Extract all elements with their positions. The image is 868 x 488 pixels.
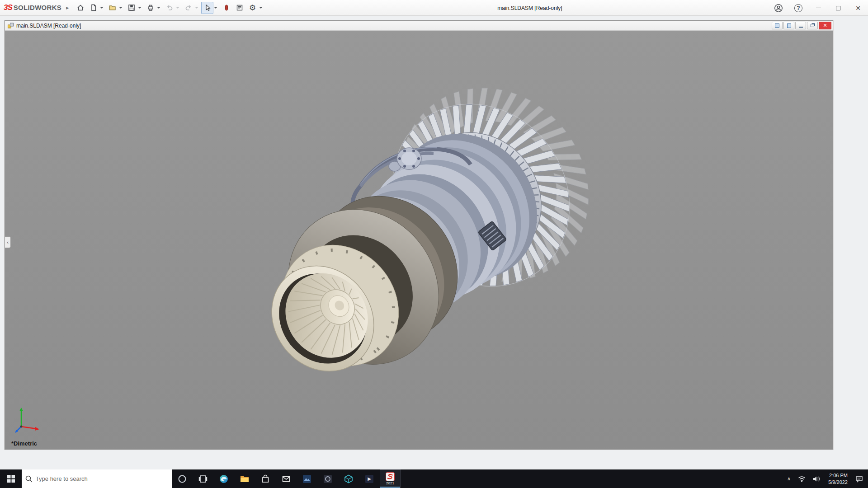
volume-icon — [813, 476, 821, 482]
save-button[interactable] — [125, 2, 137, 14]
document-properties-button[interactable] — [233, 2, 245, 14]
print-dropdown-caret[interactable] — [157, 7, 160, 9]
assembly-icon — [7, 22, 14, 29]
options-dropdown-caret[interactable] — [259, 7, 263, 9]
start-icon — [7, 475, 15, 483]
chevron-left-icon: ‹ — [7, 239, 9, 245]
start-button[interactable] — [0, 469, 22, 488]
new-dropdown-caret[interactable] — [100, 7, 104, 9]
print-button[interactable] — [144, 2, 156, 14]
document-lines-icon — [236, 4, 244, 12]
app-minimize-button[interactable] — [808, 0, 828, 16]
app-close-button[interactable]: ✕ — [848, 0, 868, 16]
tile-vertical-icon — [787, 23, 791, 28]
account-button[interactable] — [769, 0, 788, 16]
clock-date: 5/9/2022 — [828, 479, 848, 486]
redo-icon — [184, 4, 193, 12]
tile-horizontal-icon — [775, 23, 779, 28]
jet-engine-model — [5, 31, 833, 449]
windows-taskbar: ▶ 2021 ∧ 2:06 PM 5/9/2022 — [0, 469, 868, 488]
action-center-icon — [855, 475, 863, 483]
print-icon — [146, 4, 155, 12]
file-explorer-button[interactable] — [234, 469, 255, 488]
brand-text: SOLIDWORKS — [14, 4, 61, 11]
panel-collapse-tab[interactable]: ‹ — [5, 236, 11, 248]
select-dropdown-caret[interactable] — [214, 7, 217, 9]
red-capsule-icon — [222, 4, 231, 12]
network-button[interactable] — [795, 469, 809, 488]
tile-horizontal-button[interactable] — [772, 22, 783, 29]
options-button[interactable]: ⚙ — [246, 2, 259, 14]
3d-viewport[interactable]: *Dimetric ‹ — [5, 31, 833, 449]
app-maximize-button[interactable] — [828, 0, 848, 16]
camera-app-icon — [323, 474, 333, 484]
help-icon: ? — [794, 4, 802, 12]
cortana-icon — [178, 474, 187, 483]
undo-icon — [165, 4, 174, 12]
minimize-icon — [799, 27, 803, 28]
close-icon: ✕ — [855, 5, 861, 12]
document-window: main.SLDASM [Read-only] ✕ — [5, 20, 833, 450]
restore-icon — [811, 24, 814, 27]
tray-expand-button[interactable]: ∧ — [784, 469, 794, 488]
store-icon — [261, 474, 270, 483]
select-cursor-icon — [203, 4, 212, 12]
photos-button[interactable] — [297, 469, 317, 488]
task-view-icon — [198, 474, 208, 483]
window-restore-button[interactable] — [807, 22, 818, 29]
wifi-icon — [798, 476, 806, 482]
new-document-button[interactable] — [87, 2, 99, 14]
solidworks-taskbar-button[interactable]: 2021 — [380, 469, 401, 488]
save-dropdown-caret[interactable] — [138, 7, 142, 9]
open-button[interactable] — [106, 2, 118, 14]
open-dropdown-caret[interactable] — [119, 7, 123, 9]
search-input[interactable] — [36, 475, 168, 482]
menu-expander-arrow[interactable]: ▸ — [66, 5, 69, 11]
redo-button[interactable] — [182, 2, 194, 14]
maximize-icon — [836, 6, 840, 10]
save-icon — [127, 4, 136, 12]
brand-mark: 3S — [4, 3, 12, 12]
edge-button[interactable] — [213, 469, 234, 488]
window-minimize-button[interactable] — [795, 22, 806, 29]
new-document-icon — [90, 4, 98, 12]
red-capsule-button[interactable] — [220, 2, 232, 14]
chevron-up-icon: ∧ — [787, 476, 791, 482]
tile-vertical-button[interactable] — [783, 22, 794, 29]
app-document-title: main.SLDASM [Read-only] — [467, 0, 593, 16]
select-tool-button[interactable] — [201, 2, 213, 14]
home-button[interactable] — [74, 2, 86, 14]
mail-button[interactable] — [276, 469, 297, 488]
solidworks-logo: 3S SOLIDWORKS — [4, 3, 61, 12]
search-icon — [25, 475, 32, 483]
clock-time: 2:06 PM — [828, 472, 848, 479]
account-icon — [774, 4, 783, 13]
movies-button[interactable]: ▶ — [359, 469, 380, 488]
document-window-titlebar[interactable]: main.SLDASM [Read-only] ✕ — [5, 21, 833, 31]
edge-icon — [219, 474, 229, 484]
3d-viewer-button[interactable] — [338, 469, 359, 488]
volume-button[interactable] — [810, 469, 824, 488]
task-view-button[interactable] — [193, 469, 213, 488]
window-close-button[interactable]: ✕ — [819, 22, 831, 29]
camera-app-button[interactable] — [317, 469, 338, 488]
solidworks-icon — [386, 472, 395, 481]
close-icon: ✕ — [823, 23, 827, 28]
taskbar-search[interactable] — [22, 469, 172, 488]
open-folder-icon — [108, 4, 117, 12]
redo-dropdown-caret[interactable] — [195, 7, 198, 9]
store-button[interactable] — [255, 469, 276, 488]
document-window-title: main.SLDASM [Read-only] — [16, 23, 81, 29]
taskbar-clock[interactable]: 2:06 PM 5/9/2022 — [825, 472, 851, 486]
undo-button[interactable] — [163, 2, 175, 14]
mail-icon — [282, 474, 291, 483]
options-gear-icon: ⚙ — [249, 4, 256, 12]
undo-dropdown-caret[interactable] — [176, 7, 179, 9]
solidworks-version-badge: 2021 — [386, 482, 394, 485]
cortana-button[interactable] — [172, 469, 193, 488]
home-icon — [76, 4, 85, 12]
photos-icon — [302, 474, 312, 484]
play-icon: ▶ — [368, 476, 371, 481]
help-button[interactable]: ? — [788, 0, 808, 16]
action-center-button[interactable] — [852, 469, 866, 488]
